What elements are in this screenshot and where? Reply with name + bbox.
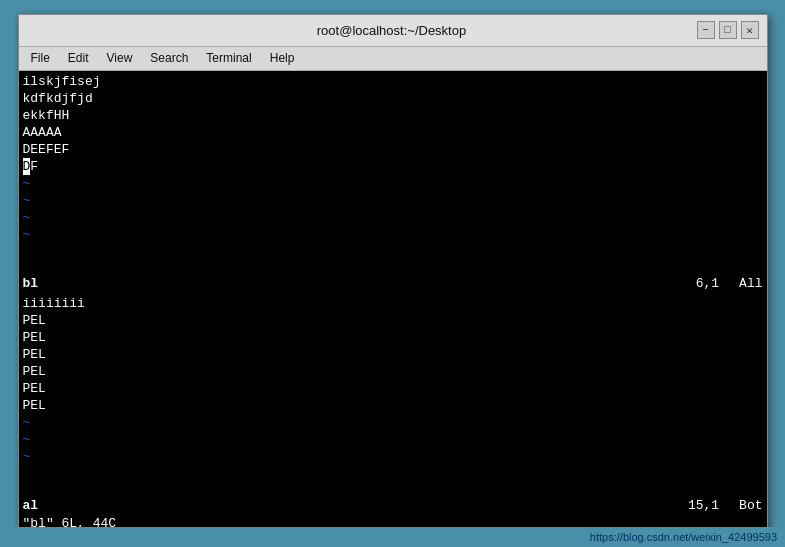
terminal-window: root@localhost:~/Desktop − □ ✕ File Edit… (18, 14, 768, 534)
menu-terminal[interactable]: Terminal (198, 49, 259, 67)
line: ekkfHH (23, 107, 763, 124)
window-controls: − □ ✕ (697, 21, 759, 39)
pane-2-mode: al (23, 498, 39, 513)
menu-view[interactable]: View (99, 49, 141, 67)
menu-bar: File Edit View Search Terminal Help (19, 47, 767, 71)
pane-2-status-content: al 15,1 Bot (19, 497, 767, 515)
line: ~ (23, 192, 763, 209)
pane-1-status-content: bl 6,1 All (19, 275, 767, 293)
line: ~ (23, 226, 763, 243)
pane-2-content[interactable]: iiiiiiiiPELPELPELPELPELPEL~~~ (19, 293, 767, 497)
pane-2-lines: iiiiiiiiPELPELPELPELPELPEL~~~ (23, 295, 763, 465)
pane-2-pos: 15,1 (688, 498, 719, 513)
editor-area[interactable]: ilskjfisejkdfkdjfjdekkfHHAAAAADEEFEFDF~~… (19, 71, 767, 533)
line: PEL (23, 397, 763, 414)
line: ~ (23, 209, 763, 226)
line: PEL (23, 363, 763, 380)
pane-1-pos: 6,1 (696, 276, 719, 291)
url-bar: https://blog.csdn.net/weixin_42499593 (0, 527, 785, 547)
pane-2-statusbar: al 15,1 Bot (19, 497, 767, 515)
pane-1-statusbar: bl 6,1 All (19, 275, 767, 293)
line: AAAAA (23, 124, 763, 141)
line: ~ (23, 448, 763, 465)
maximize-button[interactable]: □ (719, 21, 737, 39)
line: PEL (23, 312, 763, 329)
line: ilskjfisej (23, 73, 763, 90)
line: ~ (23, 431, 763, 448)
title-bar: root@localhost:~/Desktop − □ ✕ (19, 15, 767, 47)
pane-1: ilskjfisejkdfkdjfjdekkfHHAAAAADEEFEFDF~~… (19, 71, 767, 275)
pane-1-mode: bl (23, 276, 39, 291)
pane-1-content[interactable]: ilskjfisejkdfkdjfjdekkfHHAAAAADEEFEFDF~~… (19, 71, 767, 275)
menu-edit[interactable]: Edit (60, 49, 97, 67)
pane-2-scroll: Bot (739, 498, 762, 513)
line: PEL (23, 346, 763, 363)
close-button[interactable]: ✕ (741, 21, 759, 39)
window-title: root@localhost:~/Desktop (87, 23, 697, 38)
pane-1-lines: ilskjfisejkdfkdjfjdekkfHHAAAAADEEFEFDF~~… (23, 73, 763, 243)
pane-2: iiiiiiiiPELPELPELPELPELPEL~~~ (19, 293, 767, 497)
line: PEL (23, 329, 763, 346)
line: DF (23, 158, 763, 175)
url-text: https://blog.csdn.net/weixin_42499593 (590, 531, 777, 543)
line: DEEFEF (23, 141, 763, 158)
pane-1-scroll: All (739, 276, 762, 291)
menu-search[interactable]: Search (142, 49, 196, 67)
line: iiiiiiii (23, 295, 763, 312)
line: PEL (23, 380, 763, 397)
menu-file[interactable]: File (23, 49, 58, 67)
line: kdfkdjfjd (23, 90, 763, 107)
menu-help[interactable]: Help (262, 49, 303, 67)
line: ~ (23, 175, 763, 192)
line: ~ (23, 414, 763, 431)
minimize-button[interactable]: − (697, 21, 715, 39)
